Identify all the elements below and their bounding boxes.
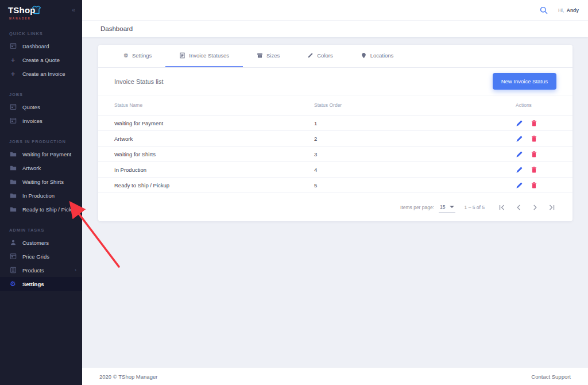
section-title: ADMIN TASKS: [0, 222, 82, 236]
folder-icon: [9, 178, 17, 185]
row-actions: [516, 151, 572, 158]
gear-icon: ⚙: [123, 53, 129, 59]
trash-icon[interactable]: [531, 182, 537, 189]
sidebar-item-ready-to-ship[interactable]: Ready to Ship / Pickup: [0, 202, 82, 216]
list-icon: [9, 267, 17, 274]
trash-icon[interactable]: [531, 166, 537, 174]
pin-icon: [361, 52, 367, 59]
pencil-icon[interactable]: [516, 182, 523, 189]
page-range-label: 1 – 5 of 5: [465, 205, 485, 210]
sidebar-item-quotes[interactable]: Quotes: [0, 100, 82, 114]
first-page-icon[interactable]: [496, 202, 508, 213]
next-page-icon[interactable]: [529, 202, 541, 213]
sidebar-item-products[interactable]: Products ›: [0, 263, 82, 277]
paginator: Items per page: 15 1 – 5 of 5: [98, 193, 572, 221]
page-title-bar: Dashboard: [82, 20, 588, 37]
pencil-icon[interactable]: [516, 151, 523, 158]
plus-icon: +: [9, 56, 17, 64]
sidebar-item-waiting-for-payment[interactable]: Waiting for Payment: [0, 147, 82, 161]
sidebar-item-label: Quotes: [22, 104, 40, 110]
sidebar-item-label: Ready to Ship / Pickup: [22, 206, 78, 213]
folder-icon: [9, 164, 17, 171]
panel-title: Invoice Status list: [114, 78, 164, 85]
sidebar-item-label: Products: [22, 267, 44, 274]
invoice-status-table: Status Name Status Order Actions Waiting…: [98, 95, 572, 193]
sidebar-item-waiting-for-shirts[interactable]: Waiting for Shirts: [0, 175, 82, 188]
column-header-status-name: Status Name: [98, 102, 314, 108]
chevron-right-icon: ›: [75, 267, 76, 273]
row-actions: [516, 182, 572, 189]
window-icon: [9, 43, 17, 49]
tab-colors[interactable]: Colors: [293, 45, 346, 67]
status-name-cell: Waiting for Shirts: [98, 151, 314, 157]
panel-header: Invoice Status list New Invoice Status: [98, 68, 572, 95]
sidebar-item-in-production[interactable]: In Production: [0, 188, 82, 202]
tab-sizes[interactable]: Sizes: [243, 45, 293, 67]
pencil-icon[interactable]: [516, 166, 523, 174]
tab-label: Locations: [370, 52, 394, 59]
sidebar-collapse-icon[interactable]: «: [72, 7, 75, 13]
brand-logo[interactable]: TShop MANAGER: [8, 5, 41, 15]
status-name-cell: Artwork: [98, 136, 314, 142]
column-header-status-order: Status Order: [314, 102, 516, 108]
sidebar-item-label: Artwork: [22, 165, 41, 171]
status-order-cell: 2: [314, 136, 516, 142]
invoice-icon: [9, 117, 17, 124]
row-actions: [516, 166, 572, 174]
sidebar-item-customers[interactable]: Customers: [0, 236, 82, 249]
tab-bar: ⚙ Settings Invoice Statuses Sizes Color: [98, 45, 572, 68]
tab-label: Settings: [132, 52, 152, 59]
last-page-icon[interactable]: [546, 202, 558, 213]
gear-icon: ⚙: [9, 280, 17, 287]
status-order-cell: 4: [314, 167, 516, 173]
sidebar-item-artwork[interactable]: Artwork: [0, 161, 82, 175]
tab-invoice-statuses[interactable]: Invoice Statuses: [165, 45, 243, 67]
greeting-prefix: Hi,: [558, 7, 564, 13]
sidebar-item-label: Create an Invoice: [22, 71, 65, 77]
new-invoice-status-button[interactable]: New Invoice Status: [493, 73, 556, 90]
invoice-icon: [9, 103, 17, 110]
sidebar-item-create-invoice[interactable]: + Create an Invoice: [0, 67, 82, 80]
table-header-row: Status Name Status Order Actions: [98, 95, 572, 116]
status-order-cell: 3: [314, 151, 516, 157]
sidebar-item-label: Waiting for Payment: [22, 151, 71, 157]
brand-tagline: MANAGER: [9, 17, 31, 20]
tab-locations[interactable]: Locations: [347, 45, 408, 67]
settings-card: ⚙ Settings Invoice Statuses Sizes Color: [98, 45, 572, 221]
table-row: Artwork 2: [98, 131, 572, 147]
trash-icon[interactable]: [531, 120, 537, 127]
tab-label: Colors: [317, 52, 332, 59]
search-icon[interactable]: [539, 5, 549, 16]
folder-icon: [9, 192, 17, 199]
status-name-cell: Ready to Ship / Pickup: [98, 182, 314, 188]
pencil-icon[interactable]: [516, 135, 523, 143]
trash-icon[interactable]: [531, 135, 537, 143]
sidebar-item-dashboard[interactable]: Dashboard: [0, 39, 82, 53]
sidebar-item-create-quote[interactable]: + Create a Quote: [0, 53, 82, 67]
page-size-select[interactable]: 15: [439, 202, 455, 213]
main-content: ⚙ Settings Invoice Statuses Sizes Color: [82, 37, 588, 368]
prev-page-icon[interactable]: [513, 202, 524, 213]
sidebar-item-settings[interactable]: ⚙ Settings: [0, 277, 82, 291]
trash-icon[interactable]: [531, 151, 537, 158]
table-row: Waiting for Shirts 3: [98, 147, 572, 162]
folder-icon: [9, 206, 17, 213]
contact-support-link[interactable]: Contact Support: [531, 374, 571, 380]
sidebar-item-label: Settings: [22, 281, 44, 287]
items-per-page-label: Items per page:: [400, 205, 434, 210]
sidebar-item-label: Price Grids: [22, 253, 49, 260]
sidebar-section-jobs: JOBS Quotes Invoices: [0, 86, 82, 128]
folder-icon: [9, 151, 17, 157]
page-size-value: 15: [440, 204, 445, 210]
sidebar-section-jobs-in-production: JOBS IN PRODUCTION Waiting for Payment A…: [0, 133, 82, 216]
sidebar-item-label: Invoices: [22, 118, 42, 124]
status-order-cell: 5: [314, 182, 516, 188]
caret-down-icon: [450, 206, 454, 208]
sidebar-item-invoices[interactable]: Invoices: [0, 114, 82, 128]
section-title: QUICK LINKS: [0, 25, 82, 39]
status-name-cell: Waiting for Payment: [98, 120, 314, 126]
sidebar-item-price-grids[interactable]: Price Grids: [0, 249, 82, 263]
pencil-icon[interactable]: [516, 120, 523, 127]
username: Andy: [567, 7, 579, 13]
tab-settings[interactable]: ⚙ Settings: [110, 45, 165, 67]
